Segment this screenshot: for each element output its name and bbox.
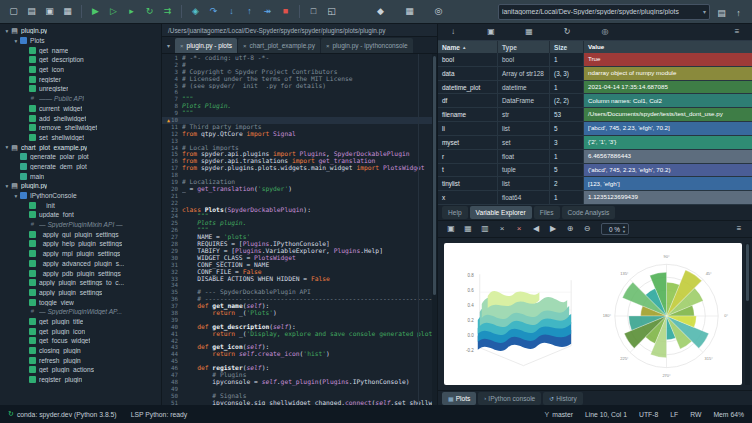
code-line[interactable]: 19# Localization <box>162 179 437 186</box>
browse-working-directory-button[interactable]: ▤ <box>713 5 730 22</box>
new-file-button[interactable]: ▢ <box>5 3 22 20</box>
conda-env-status[interactable]: ↻conda: spyder.dev (Python 3.8.5) <box>8 410 117 418</box>
code-line[interactable]: 22 <box>162 200 437 207</box>
open-file-button[interactable]: ▤ <box>23 3 40 20</box>
collapse-arrow-icon[interactable]: ▾ <box>12 193 20 199</box>
gutter-line-number[interactable]: 42 <box>162 338 182 345</box>
previous-plot-button[interactable]: ◀ <box>529 222 543 236</box>
gutter-line-number[interactable]: 24 <box>162 213 182 220</box>
gutter-line-number[interactable]: 17 <box>162 165 182 172</box>
gutter-line-number[interactable]: 41 <box>162 331 182 338</box>
code-line[interactable]: 15from spyder.api.plugins import Plugins… <box>162 151 437 158</box>
pane-tab[interactable]: Code Analysis <box>562 206 616 219</box>
code-line[interactable]: ▲10 <box>162 117 437 124</box>
code-line[interactable]: 7""" <box>162 96 437 103</box>
gutter-line-number[interactable]: 35 <box>162 289 182 296</box>
outline-item[interactable]: _apply_advanced_plugin_s... <box>0 259 161 269</box>
git-branch-status[interactable]: Ymaster <box>545 411 573 418</box>
code-line[interactable]: 6 <box>162 89 437 96</box>
next-plot-button[interactable]: ▶ <box>546 222 560 236</box>
outline-item[interactable]: #— SpyderPluginWidget AP... <box>0 307 161 317</box>
working-directory-combobox[interactable]: ianitagomez/Local/Dev-Spyder/spyder/spyd… <box>498 4 710 20</box>
gutter-line-number[interactable]: 30 <box>162 255 182 262</box>
code-line[interactable]: 28 REQUIRES = [Plugins.IPythonConsole] <box>162 241 437 248</box>
save-plot-button[interactable]: ▣ <box>444 222 458 236</box>
scrollbar-handle[interactable] <box>433 56 436 295</box>
outline-item[interactable]: #— SpyderPluginMixin API — <box>0 220 161 230</box>
outline-item[interactable]: get_name <box>0 45 161 55</box>
outline-item[interactable]: register_plugin <box>0 375 161 385</box>
gutter-line-number[interactable]: 13 <box>162 138 182 145</box>
code-line[interactable]: 30 WIDGET_CLASS = PlotsWidget <box>162 255 437 262</box>
outline-item[interactable]: add_shellwidget <box>0 113 161 123</box>
editor-tab[interactable]: ×plugin.py - plots <box>175 38 237 53</box>
save-data-button[interactable]: ▣ <box>484 25 498 39</box>
code-line[interactable]: 51 ipyconsole.sig_shellwidget_changed.co… <box>162 400 437 405</box>
outline-item[interactable]: generate_dem_plot <box>0 162 161 172</box>
outline-item[interactable]: unregister <box>0 84 161 94</box>
outline-item[interactable]: remove_shellwidget <box>0 123 161 133</box>
gutter-line-number[interactable]: 28 <box>162 241 182 248</box>
outline-item[interactable]: _apply_gui_plugin_settings <box>0 229 161 239</box>
outline-item[interactable]: get_plugin_icon <box>0 326 161 336</box>
save-all-button[interactable]: ▦ <box>59 3 76 20</box>
panes-layout-button[interactable]: ▦ <box>401 3 418 20</box>
import-data-button[interactable]: ↓ <box>446 25 460 39</box>
variable-row[interactable]: mysetset3{'2', '1', '3'} <box>438 136 752 150</box>
gutter-line-number[interactable]: 26 <box>162 227 182 234</box>
run-cell-advance-button[interactable]: ▸ <box>123 3 140 20</box>
code-line[interactable]: 42 <box>162 338 437 345</box>
code-line[interactable]: 27 NAME = 'plots' <box>162 234 437 241</box>
code-line[interactable]: 36 # -----------------------------------… <box>162 296 437 303</box>
gutter-line-number[interactable]: 48 <box>162 379 182 386</box>
outline-item[interactable]: ▾Plots <box>0 36 161 46</box>
bottom-pane-tab[interactable]: ↺History <box>543 392 583 405</box>
gutter-line-number[interactable]: ▲10 <box>162 117 182 124</box>
gutter-line-number[interactable]: 7 <box>162 96 182 103</box>
code-line[interactable]: 47 # Plugins <box>162 372 437 379</box>
code-line[interactable]: 40 def get_description(self): <box>162 324 437 331</box>
gutter-line-number[interactable]: 5 <box>162 83 182 90</box>
gutter-line-number[interactable]: 27 <box>162 234 182 241</box>
outline-item[interactable]: get_focus_widget <box>0 336 161 346</box>
gutter-line-number[interactable]: 11 <box>162 124 182 131</box>
remove-all-plots-button[interactable]: × <box>512 222 526 236</box>
cursor-position-status[interactable]: Line 10, Col 1 <box>585 411 627 418</box>
gutter-line-number[interactable]: 21 <box>162 193 182 200</box>
collapse-arrow-icon[interactable]: ▾ <box>3 183 11 189</box>
matplotlib-figure[interactable]: 0.80.60.40.20.0-0.2 0°45°90°135°180°225°… <box>444 243 742 385</box>
remove-plot-button[interactable]: × <box>495 222 509 236</box>
gutter-line-number[interactable]: 15 <box>162 151 182 158</box>
outline-item[interactable]: ▾▤plugin.py <box>0 26 161 36</box>
zoom-spinbox[interactable]: 0 % ▲ ▼ <box>601 223 629 235</box>
code-line[interactable]: 17from spyder.plugins.plots.widgets.main… <box>162 165 437 172</box>
code-line[interactable]: 44 return self.create_icon('hist') <box>162 351 437 358</box>
variable-row[interactable]: filenamestr53/Users/Documents/spyder/tes… <box>438 108 752 122</box>
zoom-down-button[interactable]: ▼ <box>622 229 626 234</box>
python-interpreter-button[interactable]: ◎ <box>430 3 447 20</box>
outline-item[interactable]: apply_plugin_settings <box>0 288 161 298</box>
code-line[interactable]: 11# Third party imports <box>162 124 437 131</box>
zoom-in-button[interactable]: ⊕ <box>563 222 577 236</box>
gutter-line-number[interactable]: 12 <box>162 131 182 138</box>
code-line[interactable]: 24 """ <box>162 213 437 220</box>
gutter-line-number[interactable]: 51 <box>162 400 182 405</box>
outline-item[interactable]: __init__ <box>0 200 161 210</box>
variable-row[interactable]: ttuple5('abcd', 745, 2.23, 'efgh', 70.2) <box>438 164 752 178</box>
outline-item[interactable]: main <box>0 171 161 181</box>
code-line[interactable]: 34 <box>162 282 437 289</box>
outline-item[interactable]: closing_plugin <box>0 346 161 356</box>
gutter-line-number[interactable]: 22 <box>162 200 182 207</box>
close-tab-icon[interactable]: × <box>180 43 184 49</box>
gutter-line-number[interactable]: 8 <box>162 103 182 110</box>
preferences-button[interactable]: ◆ <box>372 3 389 20</box>
code-line[interactable]: 12from qtpy.QtCore import Signal <box>162 131 437 138</box>
code-line[interactable]: 35 # --- SpyderDockablePlugin API <box>162 289 437 296</box>
gutter-line-number[interactable]: 3 <box>162 69 182 76</box>
file-permissions-status[interactable]: RW <box>690 411 701 418</box>
code-line[interactable]: 45 <box>162 358 437 365</box>
zoom-out-button[interactable]: ⊖ <box>580 222 594 236</box>
outline-item[interactable]: update_font <box>0 210 161 220</box>
save-all-plots-button[interactable]: ▦ <box>461 222 475 236</box>
editor-tab[interactable]: ×chart_plot_example.py <box>238 38 320 53</box>
